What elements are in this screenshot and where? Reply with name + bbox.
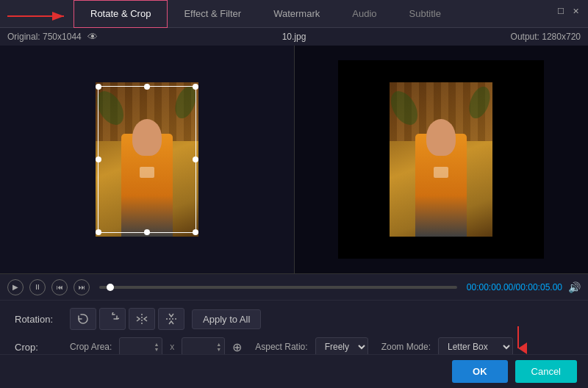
tab-audio[interactable]: Audio bbox=[336, 0, 392, 28]
pause-button[interactable]: ⏸ bbox=[29, 279, 46, 295]
original-size-label: Original: 750x1044 bbox=[7, 32, 82, 42]
height-down-arrow[interactable]: ▼ bbox=[216, 347, 221, 352]
preview-right bbox=[295, 46, 589, 273]
crop-area-label: Crop Area: bbox=[70, 342, 112, 352]
minimize-button[interactable]: ☐ bbox=[556, 6, 566, 16]
tab-subtitle[interactable]: Subtitle bbox=[393, 0, 457, 28]
skip-forward-button[interactable]: ⏭ bbox=[74, 279, 90, 295]
rotation-buttons bbox=[70, 308, 184, 330]
tab-watermark[interactable]: Watermark bbox=[257, 0, 336, 28]
cancel-button[interactable]: Cancel bbox=[515, 360, 577, 383]
ok-button[interactable]: OK bbox=[452, 360, 508, 383]
volume-icon[interactable]: 🔊 bbox=[568, 281, 581, 293]
center-crop-icon[interactable]: ⊕ bbox=[232, 340, 242, 354]
rotate-cw-button[interactable] bbox=[99, 308, 126, 330]
width-down-arrow[interactable]: ▼ bbox=[154, 347, 159, 352]
crop-height-input[interactable]: 1044 bbox=[185, 342, 215, 352]
skip-back-button[interactable]: ⏮ bbox=[51, 279, 68, 295]
eye-icon[interactable]: 👁 bbox=[87, 31, 98, 43]
info-bar: Original: 750x1044 👁 10.jpg Output: 1280… bbox=[0, 28, 588, 46]
tab-effect-filter[interactable]: Effect & Filter bbox=[168, 0, 257, 28]
preview-left bbox=[0, 46, 295, 273]
preview-area bbox=[0, 46, 588, 273]
close-button[interactable]: ✕ bbox=[570, 6, 581, 16]
flip-horizontal-button[interactable] bbox=[129, 308, 155, 330]
crop-label: Crop: bbox=[15, 342, 62, 353]
timeline-progress[interactable] bbox=[99, 286, 457, 289]
zoom-mode-label: Zoom Mode: bbox=[381, 342, 431, 352]
flip-vertical-button[interactable] bbox=[158, 308, 184, 330]
crop-width-input[interactable]: 750 bbox=[123, 342, 152, 352]
width-up-arrow[interactable]: ▲ bbox=[154, 342, 159, 347]
time-display: 00:00:00.00/00:00:05.00 bbox=[467, 282, 562, 292]
apply-to-all-button[interactable]: Apply to All bbox=[192, 309, 261, 329]
tab-rotate-crop[interactable]: Rotate & Crop bbox=[74, 0, 168, 28]
bottom-bar: OK Cancel bbox=[0, 354, 588, 388]
timeline-bar: ▶ ⏸ ⏮ ⏭ 00:00:00.00/00:00:05.00 🔊 bbox=[0, 273, 588, 300]
play-button[interactable]: ▶ bbox=[7, 279, 24, 295]
aspect-ratio-label: Aspect Ratio: bbox=[255, 342, 307, 352]
height-up-arrow[interactable]: ▲ bbox=[216, 342, 221, 347]
filename-label: 10.jpg bbox=[282, 32, 306, 42]
output-size-label: Output: 1280x720 bbox=[511, 32, 581, 42]
window-controls: ☐ ✕ bbox=[556, 6, 581, 16]
rotate-ccw-button[interactable] bbox=[70, 308, 96, 330]
rotation-row: Rotation: Apply to All bbox=[15, 308, 573, 330]
tabs-bar: Rotate & Crop Effect & Filter Watermark … bbox=[0, 0, 588, 28]
rotation-label: Rotation: bbox=[15, 314, 62, 325]
timeline-scrubber[interactable] bbox=[107, 284, 114, 291]
